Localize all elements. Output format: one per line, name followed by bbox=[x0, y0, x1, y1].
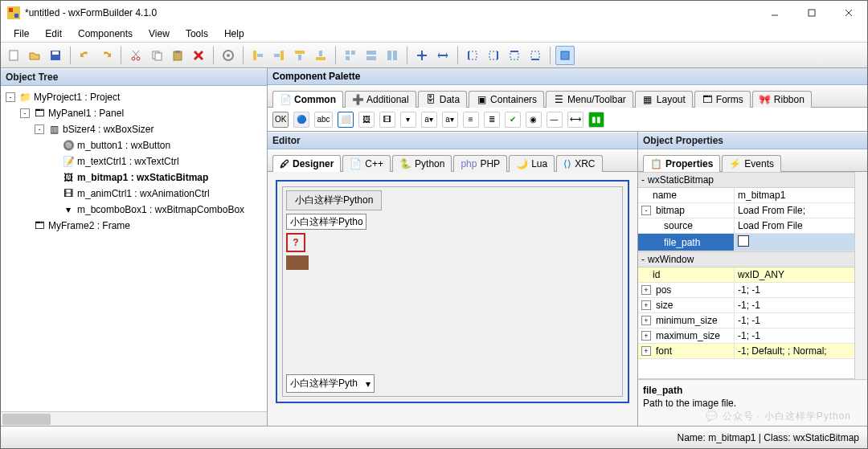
align-right-button[interactable] bbox=[269, 46, 289, 65]
border-bottom-button[interactable] bbox=[526, 46, 545, 65]
align-bottom-button[interactable] bbox=[311, 46, 330, 65]
editor-tab-cpp[interactable]: 📄C++ bbox=[342, 155, 391, 172]
tab-properties[interactable]: 📋Properties bbox=[643, 155, 720, 172]
property-row[interactable]: namem_bitmap1 bbox=[638, 188, 854, 203]
palette-item-text[interactable]: abc bbox=[314, 112, 332, 128]
tree-item[interactable]: 🗔MyFrame2 : Frame bbox=[2, 218, 265, 234]
maximize-button[interactable] bbox=[793, 1, 830, 25]
property-row[interactable]: sourceLoad From File bbox=[638, 218, 854, 234]
tab-events[interactable]: ⚡Events bbox=[722, 155, 781, 172]
palette-item-combo2[interactable]: a▾ bbox=[421, 112, 437, 128]
tree-expander[interactable]: - bbox=[35, 124, 44, 134]
palette-item-anim[interactable]: 🎞 bbox=[379, 112, 395, 128]
form-preview[interactable]: 小白这样学Python ? 小白这样学Pyth▾ bbox=[276, 180, 629, 403]
paste-button[interactable] bbox=[168, 46, 187, 65]
palette-tab-menu[interactable]: ☰Menu/Toolbar bbox=[546, 91, 633, 108]
menu-edit[interactable]: Edit bbox=[37, 27, 70, 41]
property-row[interactable]: +pos-1; -1 bbox=[638, 283, 854, 298]
tree-h-scrollbar[interactable] bbox=[1, 411, 267, 426]
property-category[interactable]: -wxWindow bbox=[638, 251, 854, 267]
preview-textctrl[interactable] bbox=[286, 214, 366, 230]
palette-item-list[interactable]: ≡ bbox=[463, 112, 479, 128]
palette-tab-data[interactable]: 🗄Data bbox=[418, 91, 467, 108]
designer-canvas[interactable]: 小白这样学Python ? 小白这样学Pyth▾ bbox=[268, 172, 637, 426]
tree-item[interactable]: 🔘m_button1 : wxButton bbox=[2, 137, 265, 153]
palette-tab-layout[interactable]: ▦Layout bbox=[635, 91, 693, 108]
property-row[interactable]: +minimum_size-1; -1 bbox=[638, 313, 854, 329]
property-expander[interactable]: + bbox=[641, 285, 651, 295]
property-row[interactable]: +size-1; -1 bbox=[638, 298, 854, 313]
property-expander[interactable]: - bbox=[641, 206, 651, 215]
palette-item-choice[interactable]: a▾ bbox=[442, 112, 458, 128]
border-top-button[interactable] bbox=[505, 46, 524, 65]
palette-item-line[interactable]: — bbox=[547, 112, 563, 128]
border-all-button[interactable] bbox=[555, 46, 575, 65]
properties-v-scrollbar[interactable] bbox=[854, 172, 867, 379]
property-row[interactable]: +font-1; Default; ; Normal; bbox=[638, 344, 854, 359]
tree-item[interactable]: -🗔MyPanel1 : Panel bbox=[2, 105, 265, 121]
copy-button[interactable] bbox=[147, 46, 166, 65]
tree-item[interactable]: -📁MyProject1 : Project bbox=[2, 89, 265, 105]
palette-item-combo[interactable]: ▾ bbox=[400, 112, 416, 128]
property-category[interactable]: -wxStaticBitmap bbox=[638, 172, 854, 188]
generate-button[interactable] bbox=[219, 46, 238, 65]
palette-item-bitmap[interactable]: 🖼 bbox=[358, 112, 375, 128]
preview-combobox[interactable]: 小白这样学Pyth▾ bbox=[286, 374, 375, 393]
preview-static-bitmap[interactable]: ? bbox=[286, 233, 305, 252]
close-button[interactable] bbox=[830, 1, 867, 25]
open-button[interactable] bbox=[25, 46, 44, 65]
property-expander[interactable]: + bbox=[641, 346, 651, 356]
minimize-button[interactable] bbox=[756, 1, 793, 25]
menu-help[interactable]: Help bbox=[216, 27, 252, 41]
property-row[interactable]: +maximum_size-1; -1 bbox=[638, 329, 854, 344]
cut-button[interactable] bbox=[126, 46, 145, 65]
editor-tab-php[interactable]: phpPHP bbox=[453, 155, 507, 172]
object-tree[interactable]: -📁MyProject1 : Project-🗔MyPanel1 : Panel… bbox=[1, 86, 267, 411]
palette-item-button[interactable]: OK bbox=[272, 112, 289, 128]
preview-button[interactable]: 小白这样学Python bbox=[286, 190, 382, 210]
save-button[interactable] bbox=[46, 46, 65, 65]
border-left-button[interactable] bbox=[463, 46, 482, 65]
align-top-button[interactable] bbox=[290, 46, 309, 65]
menu-file[interactable]: File bbox=[6, 27, 37, 41]
palette-item-radio[interactable]: ◉ bbox=[526, 112, 542, 128]
border-right-button[interactable] bbox=[484, 46, 503, 65]
align-left-button[interactable] bbox=[248, 46, 268, 65]
menu-tools[interactable]: Tools bbox=[178, 27, 216, 41]
tree-expander[interactable]: - bbox=[6, 92, 15, 102]
tree-expander[interactable]: - bbox=[20, 108, 30, 118]
property-row[interactable]: file_path bbox=[638, 234, 854, 251]
tree-item[interactable]: -▥bSizer4 : wxBoxSizer bbox=[2, 121, 265, 137]
editor-tab-designer[interactable]: 🖊Designer bbox=[272, 155, 341, 172]
tree-item[interactable]: 📝m_textCtrl1 : wxTextCtrl bbox=[2, 153, 265, 169]
palette-item-list2[interactable]: ≣ bbox=[484, 112, 500, 128]
expand-button[interactable] bbox=[412, 46, 432, 65]
stretch-button[interactable] bbox=[433, 46, 452, 65]
property-row[interactable]: idwxID_ANY bbox=[638, 267, 854, 283]
align-grid1-button[interactable] bbox=[341, 46, 360, 65]
tree-item[interactable]: ▾m_bcomboBox1 : wxBitmapComboBox bbox=[2, 202, 265, 218]
tree-item[interactable]: 🎞m_animCtrl1 : wxAnimationCtrl bbox=[2, 186, 265, 202]
palette-tab-common[interactable]: 📄Common bbox=[272, 91, 343, 108]
palette-item-slider[interactable]: ⟷ bbox=[567, 112, 583, 128]
palette-tab-ribbon[interactable]: 🎀Ribbon bbox=[752, 91, 812, 108]
palette-tab-forms[interactable]: 🗔Forms bbox=[694, 91, 751, 108]
menu-components[interactable]: Components bbox=[70, 27, 141, 41]
preview-animation[interactable] bbox=[286, 255, 309, 270]
align-grid2-button[interactable] bbox=[362, 46, 381, 65]
new-button[interactable] bbox=[4, 46, 23, 65]
property-row[interactable]: -bitmapLoad From File; bbox=[638, 203, 854, 218]
menu-view[interactable]: View bbox=[141, 27, 178, 41]
property-expander[interactable]: + bbox=[641, 316, 651, 325]
property-expander[interactable]: + bbox=[641, 300, 651, 310]
editor-tab-python[interactable]: 🐍Python bbox=[392, 155, 452, 172]
align-grid3-button[interactable] bbox=[383, 46, 402, 65]
editor-tab-xrc[interactable]: ⟨⟩XRC bbox=[556, 155, 602, 172]
delete-button[interactable] bbox=[189, 46, 208, 65]
palette-tab-additional[interactable]: ➕Additional bbox=[345, 91, 416, 108]
tree-item[interactable]: 🖼m_bitmap1 : wxStaticBitmap bbox=[2, 169, 265, 186]
palette-item-textctrl[interactable]: ⬜ bbox=[338, 112, 354, 128]
palette-item-bmpbutton[interactable]: 🔵 bbox=[293, 112, 309, 128]
palette-tab-containers[interactable]: ▣Containers bbox=[469, 91, 544, 108]
palette-item-check[interactable]: ✔ bbox=[505, 112, 521, 128]
